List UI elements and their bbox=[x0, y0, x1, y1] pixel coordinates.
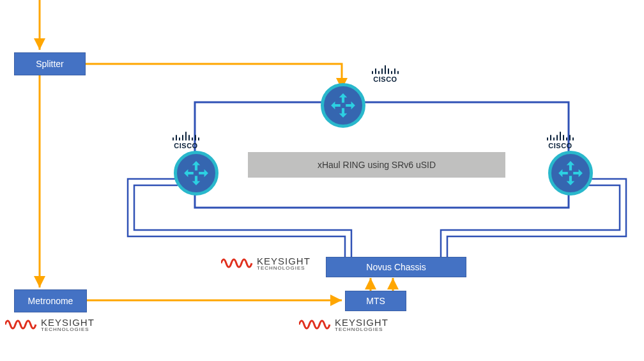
keysight-wave-icon bbox=[221, 254, 253, 272]
cisco-logo-left: CISCO bbox=[172, 130, 199, 150]
keysight-logo-mts: KEYSIGHT TECHNOLOGIES bbox=[299, 316, 388, 334]
cisco-bars-icon bbox=[172, 130, 199, 141]
router-top bbox=[321, 83, 365, 128]
novus-chassis-label: Novus Chassis bbox=[366, 262, 425, 272]
ring-label-text: xHaul RING using SRv6 uSID bbox=[318, 160, 436, 170]
keysight-wave-icon bbox=[5, 316, 37, 334]
router-left bbox=[174, 151, 218, 196]
router-icon bbox=[557, 160, 584, 187]
cisco-logo-text: CISCO bbox=[174, 142, 197, 150]
cisco-logo-top: CISCO bbox=[372, 64, 399, 83]
cisco-logo-text: CISCO bbox=[548, 142, 572, 150]
cisco-logo-text: CISCO bbox=[373, 75, 397, 83]
connectors-layer bbox=[0, 0, 644, 361]
splitter-label: Splitter bbox=[36, 59, 64, 69]
novus-chassis-box: Novus Chassis bbox=[326, 257, 466, 277]
cisco-bars-icon bbox=[547, 130, 574, 141]
router-right bbox=[548, 151, 593, 196]
metronome-label: Metronome bbox=[28, 296, 73, 306]
metronome-box: Metronome bbox=[14, 289, 87, 312]
keysight-logo-text2: TECHNOLOGIES bbox=[41, 326, 95, 332]
splitter-box: Splitter bbox=[14, 52, 86, 75]
ring-label-box: xHaul RING using SRv6 uSID bbox=[248, 152, 505, 178]
mts-box: MTS bbox=[345, 291, 406, 311]
keysight-logo-text2: TECHNOLOGIES bbox=[335, 326, 388, 332]
cisco-logo-right: CISCO bbox=[547, 130, 574, 150]
cisco-bars-icon bbox=[372, 64, 399, 74]
router-icon bbox=[330, 92, 356, 119]
mts-label: MTS bbox=[366, 296, 385, 306]
router-icon bbox=[183, 160, 210, 187]
keysight-logo-novus: KEYSIGHT TECHNOLOGIES bbox=[221, 254, 310, 272]
keysight-wave-icon bbox=[299, 316, 331, 334]
keysight-logo-text2: TECHNOLOGIES bbox=[257, 265, 310, 271]
diagram-canvas: Splitter Metronome Novus Chassis MTS xHa… bbox=[0, 0, 644, 361]
keysight-logo-bottom-left: KEYSIGHT TECHNOLOGIES bbox=[5, 316, 95, 334]
